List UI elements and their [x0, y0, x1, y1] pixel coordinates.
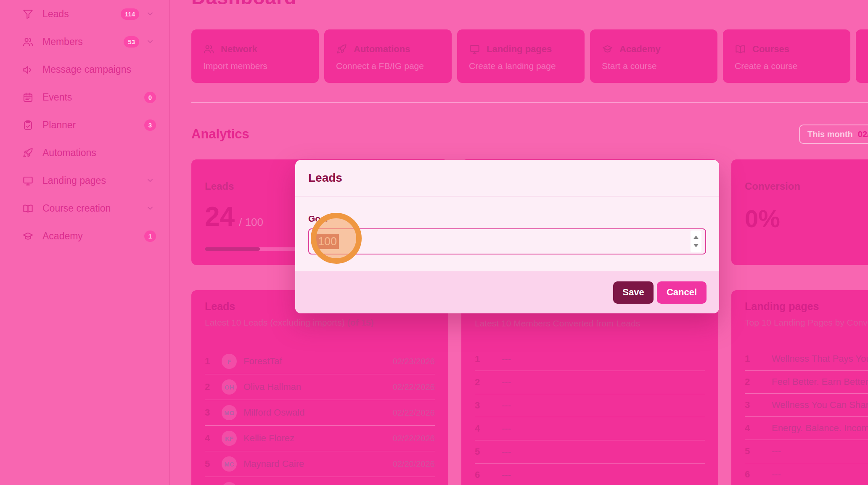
table-row[interactable]: 6 MG Minda Gower 02/20/2026: [205, 477, 435, 485]
book-icon: [735, 43, 746, 55]
table-row[interactable]: 5 ---: [475, 440, 705, 464]
landing-page-name: Wellness That Pays You Back: [772, 353, 868, 364]
member-value: ---: [502, 446, 511, 457]
sidebar-item-label: Landing pages: [42, 175, 139, 186]
dialog-title: Leads: [308, 171, 342, 185]
page-title: Dashboard: [191, 0, 296, 9]
quick-action-network[interactable]: Network Import members: [191, 29, 319, 83]
quick-action-subtitle: Start a course: [602, 61, 706, 71]
sidebar-item-leads[interactable]: Leads 114: [0, 0, 169, 28]
sidebar-item-planner[interactable]: Planner 3: [0, 111, 169, 139]
table-row[interactable]: 3 MO Milford Oswald 02/22/2026: [205, 400, 435, 426]
quick-action-title: Automations: [354, 44, 410, 55]
sidebar-item-automations[interactable]: Automations: [0, 139, 169, 167]
table-row[interactable]: 5 ---: [745, 440, 868, 463]
period-selector[interactable]: This month 02/0: [799, 125, 868, 144]
quick-action-automations[interactable]: Automations Connect a FB/IG page: [324, 29, 452, 83]
row-rank: 1: [475, 354, 487, 365]
users-icon: [22, 36, 34, 48]
quick-action-partial[interactable]: [856, 29, 868, 83]
table-row[interactable]: 5 MC Maynard Caire 02/20/2026: [205, 451, 435, 477]
member-value: ---: [502, 423, 511, 434]
leads-progress-fill: [205, 247, 260, 251]
stepper-up-icon[interactable]: [693, 236, 699, 239]
quick-action-landing-pages[interactable]: Landing pages Create a landing page: [457, 29, 585, 83]
row-rank: 2: [475, 377, 487, 388]
section-divider: [191, 102, 868, 103]
row-rank: 3: [745, 400, 757, 411]
events-count-badge: 0: [144, 92, 156, 103]
row-rank: 3: [475, 400, 487, 411]
lead-date: 02/22/2026: [393, 434, 435, 443]
stat-card-title: Leads: [205, 180, 234, 192]
table-row[interactable]: 2 ---: [475, 371, 705, 394]
graduation-cap-icon: [602, 43, 613, 55]
avatar: OH: [222, 379, 237, 395]
avatar: KF: [222, 431, 237, 446]
row-rank: 3: [205, 407, 217, 418]
row-rank: 6: [475, 469, 487, 480]
chevron-down-icon[interactable]: [146, 10, 154, 18]
rocket-icon: [336, 43, 347, 55]
click-highlight-ring: [311, 213, 362, 264]
sidebar-item-message-campaigns[interactable]: Message campaigns: [0, 56, 169, 83]
avatar: MO: [222, 405, 237, 420]
sidebar-item-academy[interactable]: Academy 1: [0, 222, 169, 250]
chevron-down-icon[interactable]: [146, 37, 154, 46]
chevron-down-icon[interactable]: [146, 176, 154, 185]
list-subtitle: Top 10 Landing Pages by Convers: [745, 318, 868, 328]
table-row[interactable]: 1 ---: [475, 348, 705, 371]
member-value: ---: [502, 400, 511, 411]
table-row[interactable]: 1 Wellness That Pays You Back: [745, 347, 868, 371]
goal-label: Goal: [308, 214, 706, 224]
table-row[interactable]: 2 Feel Better. Earn Better.: [745, 371, 868, 394]
table-row[interactable]: 3 ---: [475, 394, 705, 417]
landing-page-name: ---: [772, 446, 781, 457]
leads-goal-total: / 100: [239, 216, 263, 229]
row-rank: 5: [745, 446, 757, 457]
table-row[interactable]: 3 Wellness You Can Share: [745, 394, 868, 417]
sidebar-item-course-creation[interactable]: Course creation: [0, 194, 169, 222]
list-subtitle: Latest 10 Leads (excluding imports) (of …: [205, 318, 435, 328]
quick-action-title: Academy: [619, 44, 661, 55]
calendar-icon: [22, 92, 34, 103]
quick-action-subtitle: Create a landing page: [469, 61, 573, 71]
stepper-down-icon[interactable]: [693, 244, 699, 247]
sidebar-item-landing-pages[interactable]: Landing pages: [0, 167, 169, 194]
goal-input[interactable]: 100: [308, 228, 706, 254]
sidebar-item-members[interactable]: Members 53: [0, 28, 169, 56]
lead-date: 02/22/2026: [393, 408, 435, 418]
cancel-button[interactable]: Cancel: [657, 281, 707, 304]
table-row[interactable]: 4 KF Kellie Florez 02/22/2026: [205, 426, 435, 451]
planner-count-badge: 3: [144, 119, 156, 131]
lead-date: 02/20/2026: [393, 459, 435, 469]
quick-action-subtitle: Connect a FB/IG page: [336, 61, 440, 71]
quick-action-courses[interactable]: Courses Create a course: [723, 29, 850, 83]
leads-count-value: 24: [205, 203, 235, 230]
row-rank: 2: [745, 376, 757, 387]
dialog-header: Leads: [295, 160, 719, 196]
sidebar-item-label: Members: [42, 36, 124, 48]
users-icon: [203, 43, 214, 55]
conversion-stat-card: Conversion 0%: [731, 159, 868, 265]
monitor-icon: [22, 175, 34, 186]
table-row[interactable]: 6 ---: [745, 463, 868, 485]
table-row[interactable]: 4 ---: [475, 417, 705, 440]
sidebar-item-label: Automations: [42, 147, 154, 159]
academy-count-badge: 1: [144, 231, 156, 242]
chevron-down-icon[interactable]: [146, 204, 154, 212]
sidebar-item-label: Academy: [42, 231, 144, 242]
quick-action-academy[interactable]: Academy Start a course: [590, 29, 717, 83]
table-row[interactable]: 2 OH Oliva Hallman 02/22/2026: [205, 374, 435, 400]
landing-page-name: Energy. Balance. Income.: [772, 423, 868, 434]
sidebar-item-events[interactable]: Events 0: [0, 83, 169, 111]
avatar: MC: [222, 456, 237, 472]
leads-count-badge: 114: [121, 8, 139, 20]
save-button[interactable]: Save: [613, 281, 654, 304]
table-row[interactable]: 6 ---: [475, 464, 705, 485]
table-row[interactable]: 1 F ForestTaf 02/23/2026: [205, 349, 435, 374]
funnel-icon: [22, 8, 34, 20]
quick-action-title: Courses: [752, 44, 789, 55]
table-row[interactable]: 4 Energy. Balance. Income.: [745, 417, 868, 440]
sidebar-item-label: Events: [42, 92, 144, 103]
